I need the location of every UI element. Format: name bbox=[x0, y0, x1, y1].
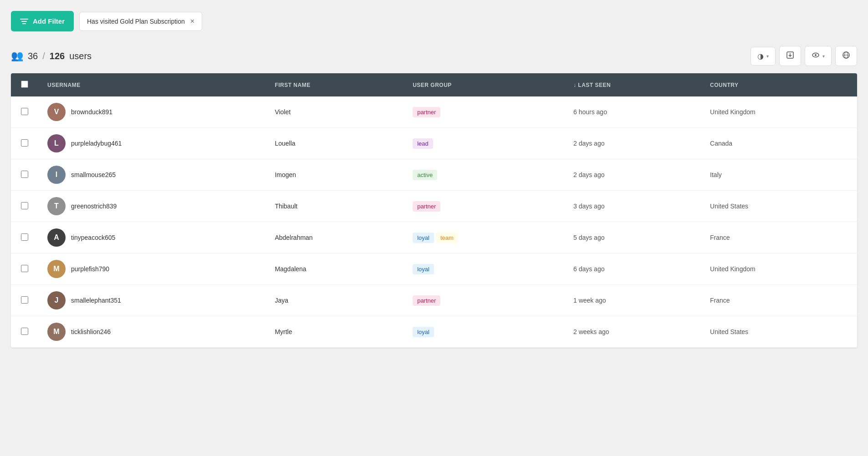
username: greenostrich839 bbox=[71, 203, 117, 210]
username: ticklishlion246 bbox=[71, 328, 111, 335]
user-group: partner bbox=[403, 285, 564, 316]
filter-icon bbox=[20, 19, 28, 24]
user-group-tag: partner bbox=[413, 295, 440, 306]
first-name: Magdalena bbox=[266, 253, 403, 285]
table-row[interactable]: M ticklishlion246 Myrtleloyal2 weeks ago… bbox=[11, 316, 857, 348]
user-group-tag: team bbox=[436, 233, 458, 243]
last-seen: 5 days ago bbox=[564, 222, 701, 253]
avatar: J bbox=[47, 291, 66, 309]
user-cell: T greenostrich839 bbox=[47, 197, 256, 215]
user-group-tag: partner bbox=[413, 107, 440, 117]
table-header-row: USERNAME FIRST NAME USER GROUP ↓ LAST SE… bbox=[11, 73, 857, 96]
row-checkbox[interactable] bbox=[21, 328, 28, 335]
filtered-count: 36 bbox=[28, 51, 38, 61]
last-seen: 6 days ago bbox=[564, 253, 701, 285]
user-cell: V brownduck891 bbox=[47, 103, 256, 121]
table-row[interactable]: T greenostrich839 Thibaultpartner3 days … bbox=[11, 191, 857, 222]
avatar: V bbox=[47, 103, 66, 121]
row-checkbox[interactable] bbox=[21, 139, 28, 147]
filter-bar: Add Filter Has visited Gold Plan Subscri… bbox=[11, 11, 857, 31]
svg-point-3 bbox=[815, 54, 817, 56]
row-checkbox[interactable] bbox=[21, 108, 28, 115]
country: United Kingdom bbox=[701, 96, 857, 128]
users-count-row: 👥 36 / 126 users ◑ ▾ bbox=[11, 46, 857, 66]
username-header: USERNAME bbox=[38, 73, 266, 96]
row-checkbox[interactable] bbox=[21, 171, 28, 178]
username: purplefish790 bbox=[71, 265, 109, 273]
username: brownduck891 bbox=[71, 108, 112, 116]
add-filter-button[interactable]: Add Filter bbox=[11, 11, 74, 31]
export-button[interactable] bbox=[779, 46, 801, 66]
user-group: lead bbox=[403, 128, 564, 159]
last-seen: 2 weeks ago bbox=[564, 316, 701, 348]
filter-chip-label: Has visited Gold Plan Subscription bbox=[87, 18, 185, 25]
avatar: T bbox=[47, 197, 66, 215]
table-row[interactable]: L purpleladybug461 Louellalead2 days ago… bbox=[11, 128, 857, 159]
username: smallelephant351 bbox=[71, 297, 121, 304]
user-cell: L purpleladybug461 bbox=[47, 134, 256, 152]
filter-chip-close-button[interactable]: × bbox=[190, 18, 194, 25]
user-group: partner bbox=[403, 96, 564, 128]
usergroup-header: USER GROUP bbox=[403, 73, 564, 96]
table-row[interactable]: M purplefish790 Magdalenaloyal6 days ago… bbox=[11, 253, 857, 285]
first-name: Imogen bbox=[266, 159, 403, 191]
active-filter-chip: Has visited Gold Plan Subscription × bbox=[79, 12, 202, 31]
total-count: 126 bbox=[50, 51, 65, 61]
users-icon: 👥 bbox=[11, 50, 23, 62]
country: United States bbox=[701, 316, 857, 348]
row-checkbox[interactable] bbox=[21, 202, 28, 209]
row-checkbox[interactable] bbox=[21, 296, 28, 304]
table-row[interactable]: V brownduck891 Violetpartner6 hours agoU… bbox=[11, 96, 857, 128]
row-checkbox[interactable] bbox=[21, 265, 28, 272]
export-icon bbox=[786, 51, 794, 61]
last-seen: 2 days ago bbox=[564, 128, 701, 159]
count-divider: / bbox=[42, 51, 45, 61]
users-table-wrapper: USERNAME FIRST NAME USER GROUP ↓ LAST SE… bbox=[11, 73, 857, 348]
username: tinypeacock605 bbox=[71, 234, 115, 241]
globe-button[interactable] bbox=[835, 46, 857, 66]
country: United States bbox=[701, 191, 857, 222]
country: France bbox=[701, 285, 857, 316]
user-cell: J smallelephant351 bbox=[47, 291, 256, 309]
user-cell: M ticklishlion246 bbox=[47, 323, 256, 341]
last-seen: 6 hours ago bbox=[564, 96, 701, 128]
users-count: 👥 36 / 126 users bbox=[11, 50, 92, 62]
user-group-tag: loyal bbox=[413, 327, 434, 337]
table-row[interactable]: I smallmouse265 Imogenactive2 days agoIt… bbox=[11, 159, 857, 191]
toolbar-right: ◑ ▾ ▾ bbox=[751, 46, 857, 66]
avatar: M bbox=[47, 323, 66, 341]
users-table: USERNAME FIRST NAME USER GROUP ↓ LAST SE… bbox=[11, 73, 857, 348]
user-group: loyalteam bbox=[403, 222, 564, 253]
country: Italy bbox=[701, 159, 857, 191]
user-group: loyal bbox=[403, 253, 564, 285]
lastseen-header[interactable]: ↓ LAST SEEN bbox=[564, 73, 701, 96]
chart-chevron: ▾ bbox=[766, 54, 769, 59]
eye-icon bbox=[812, 51, 820, 61]
view-chevron: ▾ bbox=[822, 54, 825, 59]
firstname-header: FIRST NAME bbox=[266, 73, 403, 96]
user-group: loyal bbox=[403, 316, 564, 348]
first-name: Myrtle bbox=[266, 316, 403, 348]
user-cell: A tinypeacock605 bbox=[47, 228, 256, 247]
first-name: Thibault bbox=[266, 191, 403, 222]
chart-button[interactable]: ◑ ▾ bbox=[751, 47, 776, 66]
select-all-checkbox[interactable] bbox=[21, 81, 28, 88]
country-header: COUNTRY bbox=[701, 73, 857, 96]
last-seen: 1 week ago bbox=[564, 285, 701, 316]
user-group-tag: active bbox=[413, 170, 437, 180]
table-row[interactable]: J smallelephant351 Jayapartner1 week ago… bbox=[11, 285, 857, 316]
row-checkbox[interactable] bbox=[21, 233, 28, 241]
view-button[interactable]: ▾ bbox=[805, 46, 832, 66]
last-seen: 2 days ago bbox=[564, 159, 701, 191]
user-cell: I smallmouse265 bbox=[47, 166, 256, 184]
user-group-tag: partner bbox=[413, 201, 440, 212]
user-group: active bbox=[403, 159, 564, 191]
table-row[interactable]: A tinypeacock605 Abdelrahmanloyalteam5 d… bbox=[11, 222, 857, 253]
user-group-tag: loyal bbox=[413, 264, 434, 274]
globe-icon bbox=[842, 51, 850, 61]
chart-icon: ◑ bbox=[757, 52, 764, 61]
first-name: Louella bbox=[266, 128, 403, 159]
select-all-header[interactable] bbox=[11, 73, 38, 96]
user-group-tag: loyal bbox=[413, 233, 434, 243]
avatar: I bbox=[47, 166, 66, 184]
